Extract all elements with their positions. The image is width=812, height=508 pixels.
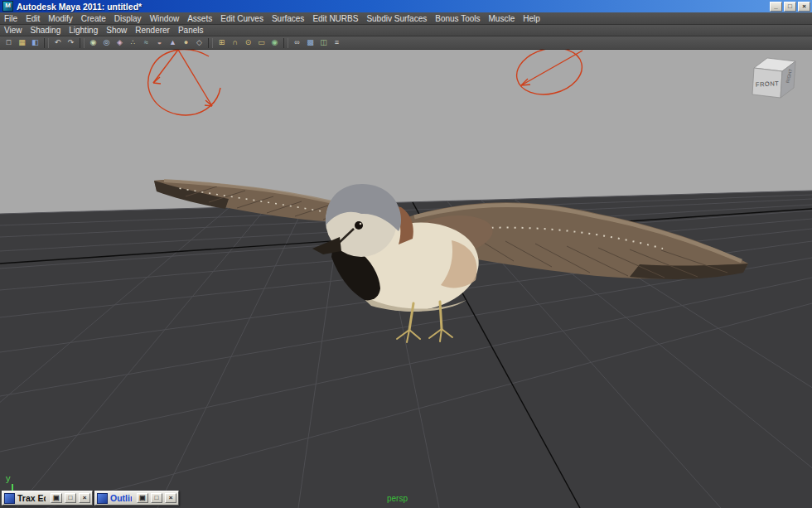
undo-icon[interactable]: ↶ bbox=[51, 37, 64, 48]
menu-item[interactable]: Display bbox=[110, 14, 146, 23]
toolbar-group-separator[interactable] bbox=[208, 38, 213, 48]
ipr-render-icon[interactable]: ◫ bbox=[317, 37, 330, 48]
view-cube[interactable]: FRONT RIGHT bbox=[752, 58, 795, 98]
camera-name-label: persp bbox=[387, 494, 408, 503]
save-scene-icon[interactable]: ◧ bbox=[29, 37, 41, 48]
window-title-bar[interactable]: M Autodesk Maya 2011: untitled* _ □ × bbox=[0, 0, 812, 12]
perspective-viewport[interactable]: FRONT RIGHT y persp bbox=[0, 50, 812, 508]
panel-menu-bar: ViewShadingLightingShowRendererPanels bbox=[0, 25, 812, 36]
mask-curves-icon[interactable]: ≈ bbox=[140, 37, 152, 48]
minimize-button[interactable]: _ bbox=[770, 2, 782, 12]
open-scene-icon[interactable]: ▦ bbox=[16, 37, 28, 48]
menu-item[interactable]: File bbox=[0, 14, 22, 23]
close-button[interactable]: × bbox=[798, 2, 810, 12]
trax-editor-panel[interactable]: Trax Editor ▣ □ × bbox=[2, 491, 93, 506]
menu-item[interactable]: Help bbox=[519, 14, 544, 23]
mask-misc-icon[interactable]: ◇ bbox=[193, 37, 205, 48]
outliner-close-button[interactable]: × bbox=[165, 493, 176, 503]
mask-surfaces-icon[interactable]: ◒ bbox=[153, 37, 166, 48]
render-settings-icon[interactable]: ≡ bbox=[331, 37, 343, 48]
trax-restore-button[interactable]: ▣ bbox=[51, 493, 62, 503]
snap-to-curve-icon[interactable]: ∩ bbox=[229, 37, 241, 48]
maximize-button[interactable]: □ bbox=[784, 2, 796, 12]
menu-item[interactable]: Create bbox=[77, 14, 110, 23]
snap-to-plane-icon[interactable]: ▭ bbox=[255, 37, 268, 48]
snap-to-point-icon[interactable]: ⊙ bbox=[242, 37, 254, 48]
outliner-panel[interactable]: Outliner ▣ □ × bbox=[94, 491, 179, 506]
menu-item[interactable]: Window bbox=[146, 14, 184, 23]
panel-menu-item[interactable]: Shading bbox=[27, 26, 65, 35]
mask-dynamics-icon[interactable]: ● bbox=[180, 37, 192, 48]
make-live-icon[interactable]: ◉ bbox=[268, 37, 281, 48]
redo-icon[interactable]: ↷ bbox=[65, 37, 77, 48]
main-menu-bar: FileEditModifyCreateDisplayWindowAssetsE… bbox=[0, 12, 812, 25]
panel-menu-item[interactable]: Show bbox=[102, 26, 131, 35]
panel-menu-item[interactable]: View bbox=[0, 26, 27, 35]
outliner-maximize-button[interactable]: □ bbox=[151, 493, 162, 503]
mask-deformations-icon[interactable]: ▲ bbox=[167, 37, 179, 48]
new-scene-icon[interactable]: □ bbox=[2, 37, 15, 48]
panel-menu-item[interactable]: Panels bbox=[174, 26, 208, 35]
snap-to-grid-icon[interactable]: ⊞ bbox=[215, 37, 228, 48]
menu-item[interactable]: Muscle bbox=[485, 14, 520, 23]
window-title: Autodesk Maya 2011: untitled* bbox=[17, 2, 142, 12]
select-by-component-icon[interactable]: ◈ bbox=[114, 37, 126, 48]
construction-history-icon[interactable]: ∞ bbox=[291, 37, 303, 48]
panel-menu-item[interactable]: Renderer bbox=[131, 26, 174, 35]
trax-close-button[interactable]: × bbox=[79, 493, 90, 503]
window-controls: _ □ × bbox=[770, 2, 810, 12]
menu-item[interactable]: Edit bbox=[22, 14, 44, 23]
toolbar-group-separator[interactable] bbox=[283, 38, 288, 48]
menu-item[interactable]: Modify bbox=[44, 14, 76, 23]
menu-item[interactable]: Subdiv Surfaces bbox=[362, 14, 431, 23]
panel-menu-item[interactable]: Lighting bbox=[65, 26, 102, 35]
status-line-toolbar: □▦◧ ↶↷ ◉◎◈∴≈◒▲●◇ ⊞∩⊙▭◉ ∞▩◫≡ bbox=[0, 36, 812, 50]
y-axis-label: y bbox=[6, 473, 11, 483]
trax-maximize-button[interactable]: □ bbox=[65, 493, 76, 503]
select-by-hierarchy-icon[interactable]: ◉ bbox=[87, 37, 99, 48]
menu-item[interactable]: Assets bbox=[183, 14, 216, 23]
mask-points-icon[interactable]: ∴ bbox=[127, 37, 139, 48]
outliner-restore-button[interactable]: ▣ bbox=[137, 493, 148, 503]
maya-app-icon[interactable]: M bbox=[2, 1, 13, 12]
trax-editor-title: Trax Editor bbox=[17, 493, 46, 503]
outliner-icon bbox=[97, 493, 108, 504]
toolbar-group-separator[interactable] bbox=[80, 38, 85, 48]
toolbar-group-separator[interactable] bbox=[44, 38, 49, 48]
view-cube-front-label: FRONT bbox=[756, 80, 780, 88]
menu-item[interactable]: Bonus Tools bbox=[431, 14, 484, 23]
menu-item[interactable]: Surfaces bbox=[268, 14, 308, 23]
menu-item[interactable]: Edit Curves bbox=[216, 14, 268, 23]
menu-item[interactable]: Edit NURBS bbox=[308, 14, 362, 23]
render-current-frame-icon[interactable]: ▩ bbox=[304, 37, 317, 48]
outliner-title: Outliner bbox=[110, 493, 132, 503]
select-by-object-icon[interactable]: ◎ bbox=[100, 37, 113, 48]
trax-editor-icon bbox=[4, 493, 15, 504]
bird-eye bbox=[355, 221, 363, 230]
